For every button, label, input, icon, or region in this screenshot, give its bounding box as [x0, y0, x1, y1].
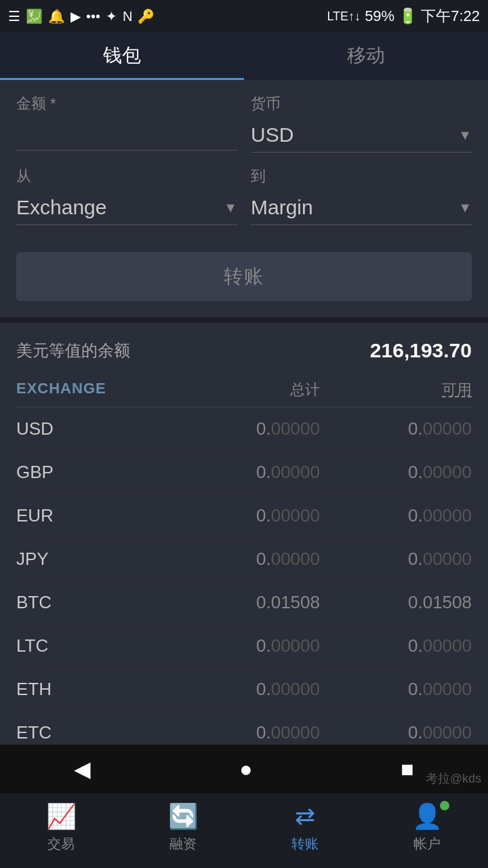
account-icon: 👤 — [412, 802, 443, 830]
home-button[interactable]: ● — [239, 757, 252, 782]
form-row-amount-currency: 金额 * 货币 USD ▼ — [16, 94, 472, 153]
nav-item-transfer[interactable]: ⇄ 转账 — [244, 802, 366, 860]
notification-icon: 🔔 — [48, 8, 65, 24]
battery-label: 59% — [365, 7, 394, 25]
system-nav-bar: ◀ ● ■ — [0, 745, 488, 793]
available-cell: 0.01508 — [320, 592, 472, 613]
to-group: 到 Margin ▼ — [251, 166, 472, 225]
table-row: EUR 0.00000 0.00000 — [16, 494, 472, 538]
nav-item-finance[interactable]: 🔄 融资 — [122, 802, 244, 860]
total-cell: 0.00000 — [168, 679, 320, 700]
signal-icon: LTE↑↓ — [327, 9, 361, 24]
to-value: Margin — [251, 196, 458, 219]
amount-label: 金额 * — [16, 94, 237, 114]
form-section: 金额 * 货币 USD ▼ 从 Exchange ▼ — [0, 80, 488, 245]
balance-section: 美元等值的余额 216,193.70 — [0, 323, 488, 369]
currency-value: USD — [251, 123, 458, 146]
total-cell: 0.00000 — [168, 418, 320, 439]
col-header-total: 总计 — [168, 380, 320, 400]
nav-label-account: 帐户 — [413, 835, 441, 853]
from-select[interactable]: Exchange ▼ — [16, 191, 237, 225]
from-group: 从 Exchange ▼ — [16, 166, 237, 225]
from-value: Exchange — [16, 196, 224, 219]
app-icon: 💹 — [26, 8, 43, 24]
more-icon: ••• — [86, 9, 100, 24]
tab-move[interactable]: 移动 — [244, 33, 488, 80]
currency-cell: GBP — [16, 462, 168, 483]
available-cell: 0.00000 — [320, 722, 472, 743]
nfc-icon: N — [123, 9, 132, 24]
table-row: ETH 0.00000 0.00000 — [16, 668, 472, 711]
amount-input[interactable] — [16, 118, 237, 151]
col-header-exchange: EXCHANGE — [16, 380, 168, 400]
currency-cell: ETC — [16, 722, 168, 743]
nav-label-transfer: 转账 — [291, 835, 319, 853]
currency-cell: JPY — [16, 549, 168, 570]
watermark: 考拉@kds — [426, 770, 481, 787]
recent-button[interactable]: ■ — [401, 757, 413, 782]
currency-label: 货币 — [251, 94, 472, 114]
amount-group: 金额 * — [16, 94, 237, 153]
total-cell: 0.00000 — [168, 462, 320, 483]
currency-cell: BTC — [16, 592, 168, 613]
bottom-nav: 📈 交易 🔄 融资 ⇄ 转账 👤 帐户 — [0, 793, 488, 868]
available-cell: 0.00000 — [320, 635, 472, 656]
nav-label-finance: 融资 — [169, 835, 197, 853]
send-icon: ▶ — [70, 8, 81, 24]
table-header: EXCHANGE 总计 可用 — [16, 369, 472, 408]
currency-group: 货币 USD ▼ — [251, 94, 472, 153]
currency-cell: LTC — [16, 635, 168, 656]
status-bar: ☰ 💹 🔔 ▶ ••• ✦ N 🔑 LTE↑↓ 59% 🔋 下午7:22 — [0, 0, 488, 33]
battery-icon: 🔋 — [399, 7, 417, 25]
trade-icon: 📈 — [46, 802, 77, 831]
menu-icon: ☰ — [8, 8, 20, 24]
nav-item-account[interactable]: 👤 帐户 — [366, 802, 488, 860]
top-tab-bar: 钱包 移动 — [0, 33, 488, 80]
table-row: JPY 0.00000 0.00000 — [16, 538, 472, 581]
nav-item-trade[interactable]: 📈 交易 — [0, 802, 122, 860]
total-cell: 0.00000 — [168, 505, 320, 526]
form-row-from-to: 从 Exchange ▼ 到 Margin ▼ — [16, 166, 472, 225]
to-select[interactable]: Margin ▼ — [251, 191, 472, 225]
total-cell: 0.00000 — [168, 722, 320, 743]
from-dropdown-arrow: ▼ — [224, 200, 237, 216]
nav-label-trade: 交易 — [47, 835, 75, 853]
status-left: ☰ 💹 🔔 ▶ ••• ✦ N 🔑 — [8, 8, 155, 24]
back-button[interactable]: ◀ — [74, 756, 91, 782]
bluetooth-icon: ✦ — [106, 8, 117, 24]
transfer-button[interactable]: 转账 — [16, 252, 472, 301]
table-row: LTC 0.00000 0.00000 — [16, 625, 472, 668]
currency-cell: USD — [16, 418, 168, 439]
total-cell: 0.00000 — [168, 549, 320, 570]
time-label: 下午7:22 — [421, 6, 480, 26]
available-cell: 0.00000 — [320, 549, 472, 570]
currency-select[interactable]: USD ▼ — [251, 118, 472, 153]
from-label: 从 — [16, 166, 237, 186]
col-header-available: 可用 — [320, 380, 472, 400]
status-right: LTE↑↓ 59% 🔋 下午7:22 — [327, 6, 480, 26]
tab-wallet[interactable]: 钱包 — [0, 33, 244, 80]
table-row: BTC 0.01508 0.01508 — [16, 581, 472, 625]
transfer-btn-row: 转账 — [0, 245, 488, 317]
total-cell: 0.01508 — [168, 592, 320, 613]
available-cell: 0.00000 — [320, 679, 472, 700]
finance-icon: 🔄 — [168, 802, 199, 831]
to-label: 到 — [251, 166, 472, 186]
section-divider — [0, 317, 488, 323]
available-cell: 0.00000 — [320, 505, 472, 526]
table-row: GBP 0.00000 0.00000 — [16, 451, 472, 494]
currency-cell: EUR — [16, 505, 168, 526]
currency-cell: ETH — [16, 679, 168, 700]
available-cell: 0.00000 — [320, 418, 472, 439]
transfer-icon: ⇄ — [295, 802, 315, 831]
table-row: USD 0.00000 0.00000 — [16, 408, 472, 451]
key-icon: 🔑 — [138, 8, 155, 24]
total-cell: 0.00000 — [168, 635, 320, 656]
balance-value: 216,193.70 — [370, 339, 472, 362]
available-cell: 0.00000 — [320, 462, 472, 483]
online-indicator — [440, 801, 449, 810]
balance-label: 美元等值的余额 — [16, 340, 130, 361]
to-dropdown-arrow: ▼ — [458, 200, 472, 216]
currency-dropdown-arrow: ▼ — [458, 127, 472, 143]
